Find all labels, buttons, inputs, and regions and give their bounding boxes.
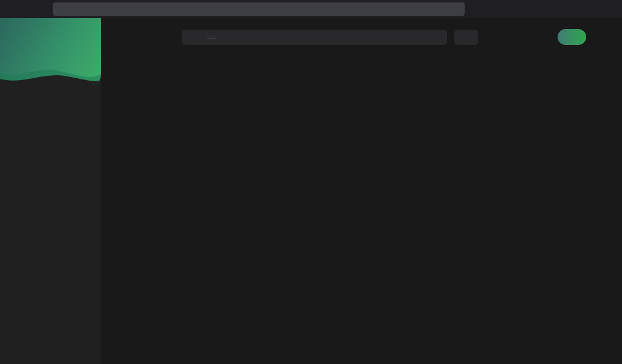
sidebar-header[interactable]: [0, 18, 101, 85]
buy-coffee-button[interactable]: [558, 29, 586, 45]
wave-decoration: [0, 64, 101, 85]
extensions-icon[interactable]: [589, 4, 598, 14]
url-bar[interactable]: [53, 2, 465, 16]
info-icon[interactable]: [522, 32, 532, 42]
home-icon[interactable]: [135, 32, 146, 42]
shield-icon[interactable]: [58, 5, 66, 13]
bookmark-star-icon[interactable]: [451, 5, 460, 13]
app-menu-icon[interactable]: [606, 4, 616, 14]
github-icon[interactable]: [487, 32, 497, 42]
search-shortcut-badge: [207, 36, 216, 39]
twitter-icon[interactable]: [504, 32, 514, 42]
search-input[interactable]: [182, 30, 447, 45]
browser-actions: [553, 4, 616, 14]
search-icon: [188, 33, 196, 41]
forward-arrow-icon[interactable]: [20, 5, 29, 14]
language-select[interactable]: [454, 30, 478, 45]
account-icon[interactable]: [571, 4, 581, 14]
sidebar-toggle-icon[interactable]: [111, 32, 122, 42]
main-area: [101, 18, 622, 364]
sidebar-menu: [0, 85, 101, 92]
browser-toolbar: [0, 0, 622, 18]
app-topbar: [111, 28, 613, 46]
back-arrow-icon[interactable]: [5, 5, 15, 14]
sidebar: [0, 18, 101, 364]
padlock-icon[interactable]: [71, 5, 78, 13]
pocket-icon[interactable]: [553, 4, 563, 14]
reload-icon[interactable]: [36, 5, 44, 13]
heart-outline-icon: [570, 33, 578, 41]
chevron-down-icon: [466, 34, 472, 40]
sun-icon[interactable]: [539, 32, 550, 42]
topbar-actions: [487, 32, 550, 42]
paint-icon[interactable]: [158, 32, 168, 42]
tools-grid: [111, 78, 613, 364]
